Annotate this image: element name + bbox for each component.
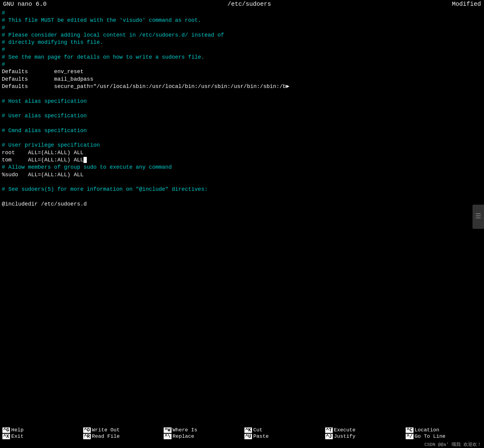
editor-line <box>2 90 482 97</box>
shortcut-label: Exit <box>11 433 24 439</box>
shortcut-item[interactable]: ^CLocation^/Go To Line <box>403 427 484 440</box>
shortcut-key: ^/ <box>406 434 413 439</box>
modified-status: Modified <box>452 1 481 8</box>
text-cursor <box>83 157 87 163</box>
editor-area[interactable]: ## This file MUST be edited with the 'vi… <box>0 8 484 425</box>
editor-line: # User alias specification <box>2 112 482 119</box>
editor-line <box>2 178 482 186</box>
editor-line: tom ALL=(ALL:ALL) ALL <box>2 156 482 164</box>
editor-line: # Host alias specification <box>2 98 482 105</box>
editor-line: # This file MUST be edited with the 'vis… <box>2 17 482 24</box>
footer-bottom-bar: CSDN @@a' 哦我 欢迎欢！ <box>0 441 484 448</box>
shortcut-label: Where Is <box>173 427 198 433</box>
shortcut-item[interactable]: ^GHelp^XExit <box>0 427 81 440</box>
shortcut-item[interactable]: ^WWhere Is^\Replace <box>161 427 242 440</box>
editor-line: # Allow members of group sudo to execute… <box>2 164 482 171</box>
shortcut-label: Cut <box>253 427 263 433</box>
shortcut-key: ^J <box>325 434 333 439</box>
editor-line: # Cmnd alias specification <box>2 127 482 134</box>
shortcut-label: Paste <box>253 433 269 439</box>
shortcut-label: Read File <box>92 433 120 439</box>
editor-line: @includedir /etc/sudoers.d <box>2 200 482 208</box>
editor-line: # Please consider adding local content i… <box>2 31 482 39</box>
scrollbar-hint[interactable]: ☰ <box>473 205 484 229</box>
shortcut-bar: ^GHelp^XExit^OWrite Out^RRead File^WWher… <box>0 425 484 441</box>
editor-line <box>2 134 482 141</box>
editor-line: # See sudoers(5) for more information on… <box>2 186 482 193</box>
filename: /etc/sudoers <box>227 1 271 8</box>
shortcut-label: Execute <box>334 427 355 433</box>
shortcut-key: ^K <box>244 427 252 433</box>
shortcut-key: ^U <box>244 434 252 439</box>
shortcut-item[interactable]: ^TExecute^JJustify <box>323 427 404 440</box>
shortcut-label: Justify <box>334 433 355 439</box>
shortcut-key: ^C <box>406 427 413 433</box>
editor-line: %sudo ALL=(ALL:ALL) ALL <box>2 171 482 178</box>
shortcut-key: ^G <box>2 427 10 433</box>
editor-line: # directly modifying this file. <box>2 39 482 46</box>
editor-line: # <box>2 61 482 68</box>
shortcut-item[interactable]: ^KCut^UPaste <box>242 427 323 440</box>
title-bar: GNU nano 6.0 /etc/sudoers Modified <box>0 0 484 8</box>
shortcut-key: ^X <box>2 434 10 439</box>
editor-line: # User privilege specification <box>2 141 482 149</box>
editor-line: Defaults secure_path="/usr/local/sbin:/u… <box>2 83 482 90</box>
shortcut-label: Location <box>415 427 440 433</box>
shortcut-label: Replace <box>173 433 194 439</box>
editor-line: # <box>2 9 482 17</box>
shortcut-key: ^W <box>164 427 171 433</box>
shortcut-key: ^T <box>325 427 333 433</box>
editor-line: Defaults mail_badpass <box>2 76 482 83</box>
shortcut-key: ^O <box>83 427 91 433</box>
editor-line <box>2 119 482 127</box>
shortcut-label: Go To Line <box>415 433 446 439</box>
shortcut-key: ^\ <box>164 434 171 439</box>
shortcut-label: Write Out <box>92 427 120 433</box>
shortcut-label: Help <box>11 427 24 433</box>
editor-line <box>2 105 482 112</box>
editor-line: Defaults env_reset <box>2 68 482 75</box>
editor-line: root ALL=(ALL:ALL) ALL <box>2 149 482 156</box>
editor-line: # <box>2 24 482 31</box>
shortcut-item[interactable]: ^OWrite Out^RRead File <box>81 427 162 440</box>
footer: ^GHelp^XExit^OWrite Out^RRead File^WWher… <box>0 425 484 448</box>
editor-line <box>2 193 482 200</box>
shortcut-key: ^R <box>83 434 91 439</box>
editor-line: # See the man page for details on how to… <box>2 54 482 61</box>
editor-line: # <box>2 46 482 53</box>
app-name: GNU nano 6.0 <box>3 1 47 8</box>
